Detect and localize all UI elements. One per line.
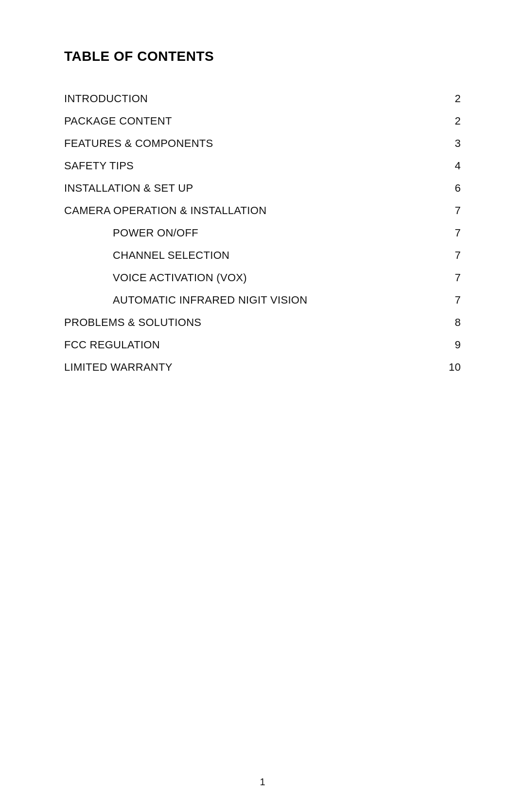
toc-row: CHANNEL SELECTION7 — [64, 244, 461, 267]
toc-label: SAFETY TIPS — [64, 160, 441, 172]
toc-page-number: 6 — [441, 182, 461, 195]
toc-label: PACKAGE CONTENT — [64, 115, 441, 127]
toc-page-number: 7 — [441, 204, 461, 217]
toc-label: CHANNEL SELECTION — [113, 249, 441, 262]
toc-row: POWER ON/OFF7 — [64, 222, 461, 244]
toc-label: LIMITED WARRANTY — [64, 361, 441, 374]
toc-page-number: 7 — [441, 271, 461, 284]
toc-page-number: 8 — [441, 316, 461, 329]
toc-row: PROBLEMS & SOLUTIONS8 — [64, 311, 461, 334]
toc-page-number: 3 — [441, 137, 461, 150]
toc-row: INTRODUCTION2 — [64, 88, 461, 110]
toc-page-number: 4 — [441, 160, 461, 172]
toc-row: LIMITED WARRANTY10 — [64, 356, 461, 379]
toc-label: INTRODUCTION — [64, 92, 441, 105]
toc-row: SAFETY TIPS4 — [64, 155, 461, 177]
toc-row: INSTALLATION & SET UP6 — [64, 177, 461, 199]
toc-page-number: 2 — [441, 92, 461, 105]
toc-page-number: 10 — [441, 361, 461, 374]
toc-label: VOICE ACTIVATION (VOX) — [113, 271, 441, 284]
toc-page-number: 9 — [441, 339, 461, 351]
toc-row: CAMERA OPERATION & INSTALLATION7 — [64, 199, 461, 222]
toc-label: AUTOMATIC INFRARED NIGIT VISION — [113, 294, 441, 307]
toc-label: CAMERA OPERATION & INSTALLATION — [64, 204, 441, 217]
toc-label: FCC REGULATION — [64, 339, 441, 351]
toc-row: PACKAGE CONTENT2 — [64, 110, 461, 132]
toc-row: AUTOMATIC INFRARED NIGIT VISION7 — [64, 289, 461, 311]
toc-label: FEATURES & COMPONENTS — [64, 137, 441, 150]
page-number: 1 — [260, 776, 265, 788]
toc-page-number: 2 — [441, 115, 461, 127]
toc-page-number: 7 — [441, 294, 461, 307]
toc-page-number: 7 — [441, 227, 461, 239]
toc-row: VOICE ACTIVATION (VOX)7 — [64, 267, 461, 289]
toc-row: FEATURES & COMPONENTS3 — [64, 132, 461, 155]
toc-page-number: 7 — [441, 249, 461, 262]
toc-label: POWER ON/OFF — [113, 227, 441, 239]
toc-container: INTRODUCTION2PACKAGE CONTENT2FEATURES & … — [64, 88, 461, 379]
page-title: TABLE OF CONTENTS — [64, 49, 461, 64]
toc-label: PROBLEMS & SOLUTIONS — [64, 316, 441, 329]
toc-label: INSTALLATION & SET UP — [64, 182, 441, 195]
page: TABLE OF CONTENTS INTRODUCTION2PACKAGE C… — [0, 0, 525, 812]
toc-row: FCC REGULATION9 — [64, 334, 461, 356]
